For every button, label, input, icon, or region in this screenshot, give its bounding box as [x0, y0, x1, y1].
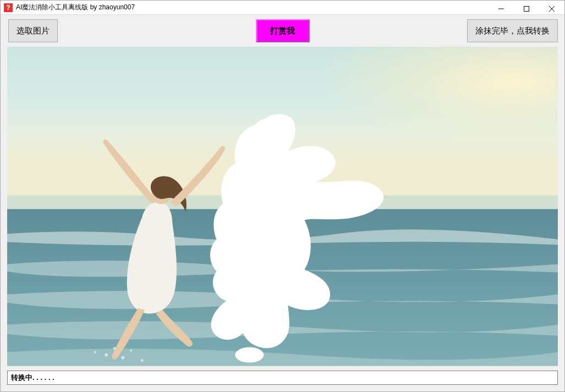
window-title: AI魔法消除小工具离线版 by zhaoyun007: [16, 3, 135, 12]
donate-button[interactable]: 打赏我: [256, 19, 309, 42]
svg-point-14: [141, 359, 144, 362]
app-icon-glyph: ?: [6, 4, 10, 12]
app-icon: ?: [4, 3, 13, 12]
status-bar: 转换中. . . . . .: [7, 371, 558, 385]
close-icon: [549, 6, 555, 12]
svg-point-15: [235, 347, 264, 363]
titlebar: ? AI魔法消除小工具离线版 by zhaoyun007: [1, 1, 564, 15]
select-image-button[interactable]: 选取图片: [8, 19, 58, 42]
image-canvas[interactable]: [7, 47, 558, 366]
svg-point-12: [130, 350, 132, 352]
toolbar: 选取图片 打赏我 涂抹完毕，点我转换: [1, 15, 564, 47]
svg-point-11: [121, 356, 124, 360]
svg-point-13: [94, 351, 96, 354]
maximize-icon: [524, 6, 529, 12]
client-area: 选取图片 打赏我 涂抹完毕，点我转换: [1, 15, 564, 391]
app-window: ? AI魔法消除小工具离线版 by zhaoyun007 选取图片 打赏我 涂抹…: [0, 0, 565, 392]
svg-point-9: [105, 354, 108, 357]
svg-point-10: [113, 347, 116, 350]
convert-button[interactable]: 涂抹完毕，点我转换: [467, 19, 558, 42]
status-text: 转换中. . . . . .: [11, 373, 54, 383]
svg-rect-1: [524, 7, 529, 12]
minimize-icon: [498, 6, 504, 12]
editing-image: [7, 47, 558, 366]
